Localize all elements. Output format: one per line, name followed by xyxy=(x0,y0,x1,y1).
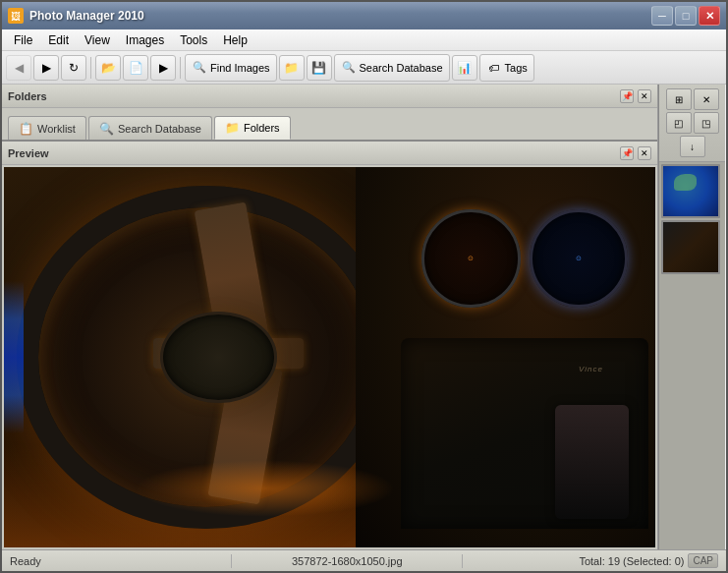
tags-icon: 🏷 xyxy=(486,60,502,76)
folders-panel-header: Folders 📌 ✕ xyxy=(2,85,657,108)
worklist-tab-label: Worklist xyxy=(37,123,76,135)
layout-tl-button[interactable]: ◰ xyxy=(666,112,692,134)
pin-icon: 📌 xyxy=(622,91,633,101)
thumbnail-car-preview xyxy=(663,222,718,272)
find-images-button[interactable]: 🔍 Find Images xyxy=(185,54,277,82)
menubar: File Edit View Images Tools Help xyxy=(2,29,726,51)
preview-pin-icon: 📌 xyxy=(622,148,633,158)
worklist-tab-icon: 📋 xyxy=(19,122,33,136)
close-button[interactable]: ✕ xyxy=(699,6,720,26)
cap-indicator: CAP xyxy=(688,553,718,568)
preview-panel: Preview 📌 ✕ xyxy=(2,142,657,549)
tabs-bar: 📋 Worklist 🔍 Search Database 📁 Folders xyxy=(2,108,657,140)
find-images-extra-icon: 📁 xyxy=(284,61,299,75)
layout-tl-icon: ◰ xyxy=(674,118,683,129)
folders-panel-title: Folders xyxy=(8,90,47,102)
db-button[interactable]: 💾 xyxy=(307,55,332,81)
menu-edit[interactable]: Edit xyxy=(40,31,77,49)
main-content: Folders 📌 ✕ 📋 Worklist xyxy=(2,85,726,549)
statusbar: Ready 357872-1680x1050.jpg Total: 19 (Se… xyxy=(2,549,726,571)
tab-search-database[interactable]: 🔍 Search Database xyxy=(88,116,212,140)
thumbnail-item-earth[interactable] xyxy=(661,164,720,218)
right-btn-row-2: ◰ ◳ xyxy=(663,112,721,134)
search-tab-icon: 🔍 xyxy=(99,122,114,136)
nav-refresh-button[interactable]: ↻ xyxy=(61,55,86,81)
folders-tab-label: Folders xyxy=(244,122,280,134)
menu-images[interactable]: Images xyxy=(118,31,172,49)
export-icon: 📄 xyxy=(129,61,143,75)
menu-tools[interactable]: Tools xyxy=(172,31,215,49)
sort-icon: ↓ xyxy=(690,142,695,152)
maximize-button[interactable]: □ xyxy=(675,6,697,26)
app-icon: 🖼 xyxy=(8,8,24,24)
titlebar: 🖼 Photo Manager 2010 ─ □ ✕ xyxy=(2,2,726,29)
thumbnail-earth-preview xyxy=(663,166,718,216)
folders-panel-close[interactable]: ✕ xyxy=(638,89,651,103)
layout-br-icon: ◳ xyxy=(701,118,710,129)
db-icon: 💾 xyxy=(311,61,326,75)
main-window: 🖼 Photo Manager 2010 ─ □ ✕ File Edit Vie… xyxy=(0,0,728,573)
search-database-icon: 🔍 xyxy=(341,60,357,76)
window-title: Photo Manager 2010 xyxy=(29,9,651,23)
import-button[interactable]: 📂 xyxy=(95,55,121,81)
find-images-label: Find Images xyxy=(210,62,270,74)
toolbar-separator-1 xyxy=(90,57,91,79)
preview-panel-close[interactable]: ✕ xyxy=(638,146,651,160)
left-panel: Folders 📌 ✕ 📋 Worklist xyxy=(2,85,658,549)
menu-view[interactable]: View xyxy=(77,31,118,49)
preview-close-icon: ✕ xyxy=(641,148,648,158)
scan-icon: ▶ xyxy=(159,61,168,75)
tags-label: Tags xyxy=(505,62,528,74)
right-toolbar: ⊞ ✕ ◰ ◳ ↓ xyxy=(659,85,725,162)
refresh-icon: ↻ xyxy=(69,61,79,75)
close-view-icon: ✕ xyxy=(702,94,710,105)
sort-button[interactable]: ↓ xyxy=(680,136,705,157)
view-grid-button[interactable]: ⊞ xyxy=(666,88,692,110)
status-total: Total: 19 (Selected: 0) xyxy=(471,555,684,567)
close-icon: ✕ xyxy=(641,91,648,101)
right-btn-row-3: ↓ xyxy=(663,136,721,157)
tags-button[interactable]: 🏷 Tags xyxy=(479,54,534,82)
menu-help[interactable]: Help xyxy=(215,31,255,49)
thumbnail-list[interactable] xyxy=(659,162,725,549)
thumbnail-item-car[interactable] xyxy=(661,220,720,274)
preview-panel-pin[interactable]: 📌 xyxy=(620,146,634,160)
tab-folders[interactable]: 📁 Folders xyxy=(214,116,291,140)
scan-button[interactable]: ▶ xyxy=(150,55,176,81)
nav-back-icon: ◀ xyxy=(15,61,24,75)
nav-back-button[interactable]: ◀ xyxy=(6,55,31,81)
right-panel: ⊞ ✕ ◰ ◳ ↓ xyxy=(658,85,725,549)
nav-forward-icon: ▶ xyxy=(42,61,51,75)
layout-br-button[interactable]: ◳ xyxy=(694,112,719,134)
grid-icon: ⊞ xyxy=(675,94,683,105)
folders-tab-icon: 📁 xyxy=(225,121,240,135)
preview-panel-controls: 📌 ✕ xyxy=(620,146,651,160)
search-db-extra-button[interactable]: 📊 xyxy=(452,55,477,81)
status-ready: Ready xyxy=(10,555,223,567)
toolbar-separator-2 xyxy=(180,57,181,79)
titlebar-buttons: ─ □ ✕ xyxy=(651,6,720,26)
search-database-tab-label: Search Database xyxy=(118,123,201,135)
preview-panel-title: Preview xyxy=(8,147,49,159)
minimize-button[interactable]: ─ xyxy=(651,6,673,26)
search-database-button[interactable]: 🔍 Search Database xyxy=(334,54,450,82)
view-close-button[interactable]: ✕ xyxy=(694,88,719,110)
status-divider-1 xyxy=(231,554,232,568)
find-images-icon: 🔍 xyxy=(192,60,207,76)
folders-panel-controls: 📌 ✕ xyxy=(620,89,651,103)
export-button[interactable]: 📄 xyxy=(123,55,148,81)
nav-forward-button[interactable]: ▶ xyxy=(33,55,59,81)
folders-panel: Folders 📌 ✕ 📋 Worklist xyxy=(2,85,657,142)
right-btn-row-1: ⊞ ✕ xyxy=(663,88,721,110)
preview-image-container: ⊙ ⊙ xyxy=(4,167,655,547)
tab-worklist[interactable]: 📋 Worklist xyxy=(8,116,86,140)
car-interior-image: ⊙ ⊙ xyxy=(4,167,655,547)
import-icon: 📂 xyxy=(101,61,116,75)
folders-panel-pin[interactable]: 📌 xyxy=(620,89,634,103)
toolbar: ◀ ▶ ↻ 📂 📄 ▶ 🔍 Find Images 📁 💾 🔍 xyxy=(2,51,726,85)
status-divider-2 xyxy=(462,554,463,568)
menu-file[interactable]: File xyxy=(6,31,40,49)
preview-panel-header: Preview 📌 ✕ xyxy=(2,142,657,165)
status-filename: 357872-1680x1050.jpg xyxy=(240,555,453,567)
find-images-extra-button[interactable]: 📁 xyxy=(279,55,305,81)
